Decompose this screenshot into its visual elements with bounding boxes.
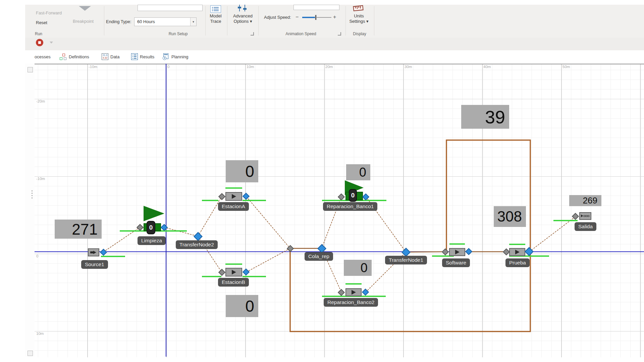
units-line1: Units: [354, 13, 364, 18]
stop-square-icon: [38, 41, 41, 44]
source-icon: [90, 251, 97, 254]
advanced-options-icon: [238, 5, 247, 12]
model-tab-strip: ocesses Definitions 21.9 4.32 Data Resul: [25, 50, 644, 63]
advanced-line2: Options ▾: [234, 19, 252, 24]
model-trace-line2: Trace: [210, 19, 221, 24]
status-line: [202, 276, 221, 277]
node-label-transfernode2: TransferNode2: [176, 240, 218, 249]
x-axis-label: 10m: [247, 65, 254, 69]
splitter-bottom-handle[interactable]: [28, 351, 33, 356]
speed-minus-button[interactable]: −: [296, 14, 299, 20]
node-label-estacion-b: EstacionB: [218, 278, 249, 287]
stop-dropdown-caret-icon[interactable]: [50, 42, 53, 44]
y-axis-line: [166, 64, 166, 357]
node-source1[interactable]: [88, 248, 99, 256]
model-trace-button[interactable]: ModelTrace: [206, 13, 226, 24]
left-panel-splitter[interactable]: [25, 64, 35, 357]
counter-estacion-a: 0: [226, 160, 258, 182]
node-software[interactable]: [449, 248, 465, 256]
x-axis-label: -10m: [89, 65, 97, 69]
banco1-count-badge: 0: [349, 189, 357, 202]
reset-button[interactable]: Reset: [36, 20, 47, 25]
splitter-top-handle[interactable]: [28, 67, 33, 72]
y-axis-label: -10m: [36, 177, 45, 181]
tab-planning-label: Planning: [171, 54, 189, 59]
node-label-limpieza: Limpieza: [138, 236, 166, 245]
animation-speed-group-label: Animation Speed: [281, 32, 321, 36]
breakpoint-button[interactable]: Breakpoint: [73, 19, 94, 24]
animation-speed-dialog-launcher-icon[interactable]: [338, 32, 341, 36]
ending-type-label: Ending Type:: [106, 19, 131, 24]
truncated-speed-combo[interactable]: [293, 5, 339, 10]
ribbon-separator: [258, 6, 259, 36]
run-setup-dialog-launcher-icon[interactable]: [251, 32, 254, 36]
x-axis-label: 30m: [405, 65, 412, 69]
tab-results[interactable]: Results: [131, 52, 154, 61]
x-axis-label: 50m: [562, 65, 570, 69]
units-settings-icon: [353, 5, 363, 11]
advanced-line1: Advanced: [233, 13, 253, 18]
limpieza-count-badge: 0: [147, 221, 155, 234]
adjust-speed-label: Adjust Speed:: [264, 15, 291, 20]
play-icon: [232, 194, 236, 199]
node-prueba[interactable]: [509, 248, 525, 256]
ribbon-separator: [104, 6, 104, 36]
breakpoint-icon: [79, 6, 91, 11]
tab-results-label: Results: [140, 54, 154, 59]
planning-icon: [163, 53, 169, 60]
node-label-banco2: Reparacion_Banco2: [324, 298, 378, 307]
status-line: [202, 200, 218, 201]
x-axis-line: [35, 251, 644, 252]
run-group-label: Run: [35, 32, 48, 36]
node-estacion-a[interactable]: [225, 192, 242, 201]
units-settings-button[interactable]: UnitsSettings ▾: [345, 13, 372, 24]
data-icon-bottom-number: 4.32: [102, 57, 108, 59]
counter-prueba: 308: [494, 206, 526, 227]
run-setup-group-label: Run Setup: [161, 32, 195, 36]
counter-rework-loop: 39: [461, 105, 509, 129]
x-axis-label: 20m: [325, 65, 333, 69]
definitions-icon: [60, 54, 67, 60]
stop-button[interactable]: [36, 39, 43, 46]
model-trace-line1: Model: [210, 13, 221, 18]
node-estacion-b[interactable]: [225, 268, 242, 277]
results-icon: [131, 53, 138, 60]
splitter-drag-handle[interactable]: [32, 190, 33, 198]
units-line2: Settings ▾: [349, 19, 368, 24]
tab-processes[interactable]: ocesses: [35, 52, 51, 61]
fast-forward-button[interactable]: Fast-Forward: [36, 10, 62, 15]
status-line: [449, 243, 465, 245]
speed-plus-button[interactable]: +: [333, 14, 336, 20]
status-line: [101, 256, 125, 257]
ribbon-separator: [374, 6, 374, 36]
ribbon: Fast-Forward Reset Breakpoint Ending Typ…: [25, 5, 644, 38]
play-icon: [455, 250, 460, 254]
counter-source1: 271: [55, 220, 102, 239]
tab-planning[interactable]: Planning: [163, 52, 189, 61]
node-label-banco1: Reparacion_Banco1: [323, 202, 377, 211]
data-icon-top-number: 21.9: [102, 54, 108, 57]
node-salida[interactable]: [579, 212, 591, 220]
y-axis-label: 0: [36, 254, 38, 258]
play-icon: [352, 290, 356, 295]
status-line: [225, 263, 242, 265]
node-label-salida: Salida: [575, 222, 596, 231]
advanced-options-button[interactable]: AdvancedOptions ▾: [229, 13, 256, 24]
limpieza-flag-icon: [144, 206, 164, 221]
node-reparacion-banco2[interactable]: [345, 288, 362, 296]
sink-icon: [581, 215, 590, 218]
chevron-down-icon[interactable]: ▼: [190, 18, 196, 26]
x-axis-label: 0: [167, 65, 169, 69]
ribbon-separator: [227, 6, 227, 36]
truncated-combo[interactable]: [138, 5, 203, 11]
tab-data[interactable]: 21.9 4.32 Data: [102, 52, 119, 61]
play-icon: [515, 250, 520, 254]
speed-slider-thumb[interactable]: [315, 15, 317, 20]
display-group-label: Display: [346, 32, 373, 36]
y-axis-label: -20m: [36, 99, 45, 103]
node-label-cola-rep: Cola_rep: [305, 252, 333, 261]
tab-definitions[interactable]: Definitions: [60, 52, 89, 61]
data-icon: 21.9 4.32: [102, 53, 108, 60]
ending-type-combobox[interactable]: 60 Hours ▼: [134, 17, 197, 26]
play-icon: [232, 270, 236, 275]
